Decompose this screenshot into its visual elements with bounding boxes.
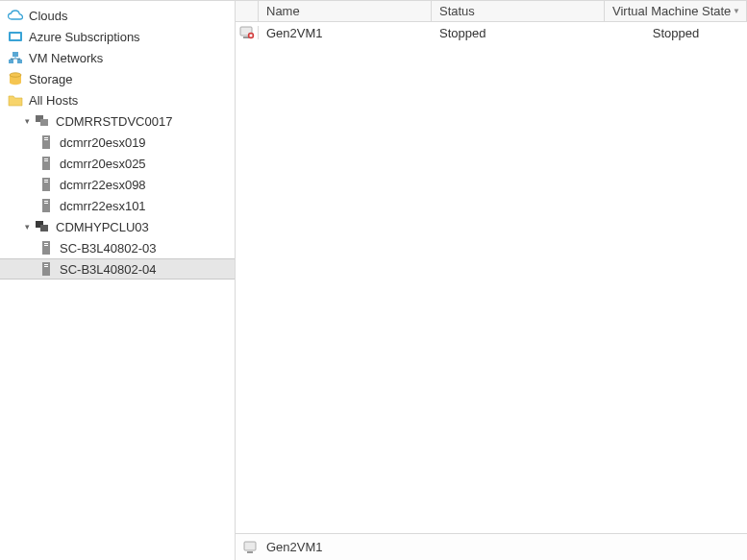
statusbar: Gen2VM1	[236, 533, 747, 560]
nav-host-label: SC-B3L40802-03	[60, 241, 156, 256]
nav-storage-label: Storage	[29, 72, 73, 86]
svg-rect-25	[44, 245, 48, 246]
svg-rect-34	[247, 551, 253, 553]
host-icon	[38, 177, 54, 192]
grid-col-vmstate[interactable]: Virtual Machine State▼	[605, 1, 747, 21]
svg-rect-24	[44, 243, 48, 244]
svg-rect-4	[17, 60, 22, 63]
nav-allhosts[interactable]: All Hosts	[0, 89, 235, 110]
nav-allhosts-label: All Hosts	[29, 93, 78, 108]
nav-host-label: dcmrr22esx098	[60, 178, 146, 192]
svg-rect-14	[44, 160, 48, 161]
grid-body[interactable]: Gen2VM1 Stopped Stopped	[236, 22, 747, 533]
nav-host-0-2[interactable]: dcmrr22esx098	[0, 174, 235, 195]
vm-stopped-icon	[236, 26, 259, 39]
grid-col-icon[interactable]	[236, 1, 259, 21]
nav-host-label: dcmrr20esx025	[60, 157, 146, 171]
navigation-tree[interactable]: Clouds Azure Subscriptions VM Networks S…	[0, 1, 236, 560]
host-icon	[38, 134, 54, 150]
col-vmstate-label: Virtual Machine State	[612, 4, 731, 18]
grid-cell-status: Stopped	[432, 26, 605, 40]
svg-rect-1	[11, 34, 20, 39]
vm-icon	[243, 541, 259, 554]
nav-azure[interactable]: Azure Subscriptions	[0, 26, 235, 47]
svg-rect-13	[44, 158, 48, 159]
grid-row[interactable]: Gen2VM1 Stopped Stopped	[236, 22, 747, 43]
svg-rect-27	[44, 264, 48, 265]
cluster-icon	[35, 113, 50, 129]
svg-rect-33	[244, 542, 256, 550]
nav-host-1-0[interactable]: SC-B3L40802-03	[0, 237, 235, 258]
nav-vmnet-label: VM Networks	[29, 51, 103, 65]
svg-rect-16	[44, 180, 48, 181]
host-icon	[38, 198, 54, 213]
nav-host-label: SC-B3L40802-04	[60, 262, 156, 277]
nav-clouds-label: Clouds	[29, 9, 67, 23]
host-icon	[38, 240, 54, 256]
nav-host-0-3[interactable]: dcmrr22esx101	[0, 195, 235, 216]
grid-header: Name Status Virtual Machine State▼	[236, 1, 747, 22]
cloud-icon	[8, 8, 23, 23]
folder-icon	[8, 92, 23, 108]
svg-rect-3	[9, 60, 13, 63]
chevron-down-icon[interactable]: ▾	[21, 115, 33, 127]
svg-rect-2	[12, 52, 18, 57]
nav-clouds[interactable]: Clouds	[0, 5, 235, 26]
nav-storage[interactable]: Storage	[0, 68, 235, 89]
svg-rect-22	[40, 225, 48, 231]
col-status-label: Status	[439, 4, 475, 18]
grid-col-status[interactable]: Status	[432, 1, 605, 21]
svg-rect-8	[40, 119, 48, 126]
host-icon	[38, 156, 54, 171]
nav-cluster-0-label: CDMRRSTDVC0017	[56, 114, 172, 129]
cluster-icon	[35, 219, 50, 234]
grid-col-name[interactable]: Name	[259, 1, 432, 21]
nav-host-0-1[interactable]: dcmrr20esx025	[0, 153, 235, 174]
svg-rect-19	[44, 201, 48, 202]
grid-cell-name: Gen2VM1	[259, 26, 432, 40]
chevron-down-icon[interactable]: ▾	[21, 221, 33, 232]
nav-vmnetworks[interactable]: VM Networks	[0, 47, 235, 68]
nav-cluster-1[interactable]: ▾ CDMHYPCLU03	[0, 216, 235, 237]
azure-icon	[8, 29, 23, 44]
svg-rect-10	[44, 137, 48, 138]
svg-rect-11	[44, 139, 48, 140]
svg-rect-32	[249, 35, 252, 37]
nav-host-label: dcmrr22esx101	[60, 199, 146, 213]
col-name-label: Name	[266, 4, 300, 18]
nav-host-label: dcmrr20esx019	[60, 135, 146, 150]
grid-cell-vmstate: Stopped	[605, 26, 747, 40]
vmnet-icon	[8, 50, 23, 65]
storage-icon	[8, 71, 23, 86]
nav-host-1-1[interactable]: SC-B3L40802-04	[0, 258, 235, 280]
nav-azure-label: Azure Subscriptions	[29, 30, 140, 44]
sort-arrow-icon: ▼	[733, 7, 740, 15]
statusbar-selected: Gen2VM1	[266, 540, 323, 554]
host-icon	[38, 261, 54, 277]
main-panel: Name Status Virtual Machine State▼ Gen2V…	[236, 1, 747, 560]
svg-rect-20	[44, 203, 48, 204]
svg-rect-17	[44, 182, 48, 183]
svg-rect-28	[44, 266, 48, 267]
nav-host-0-0[interactable]: dcmrr20esx019	[0, 132, 235, 153]
nav-cluster-0[interactable]: ▾ CDMRRSTDVC0017	[0, 110, 235, 132]
nav-cluster-1-label: CDMHYPCLU03	[56, 220, 149, 234]
